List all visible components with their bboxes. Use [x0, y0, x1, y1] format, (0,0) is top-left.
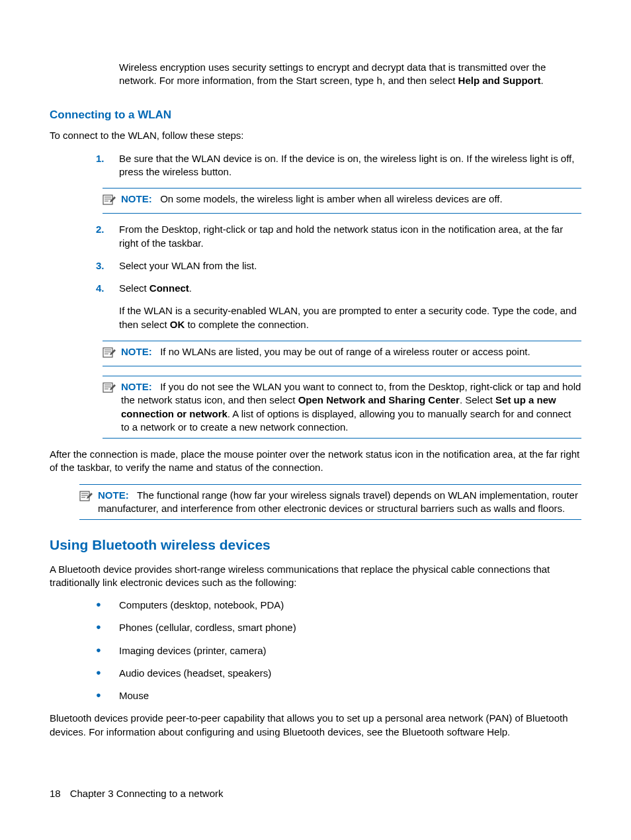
paragraph: A Bluetooth device provides short-range … — [50, 563, 581, 590]
note-text: The functional range (how far your wirel… — [98, 489, 578, 514]
page-footer: 18Chapter 3 Connecting to a network — [50, 787, 224, 800]
note-text: If no WLANs are listed, you may be out o… — [160, 346, 530, 357]
note-icon — [103, 380, 121, 434]
note-label: NOTE: — [121, 346, 152, 357]
svg-rect-0 — [103, 195, 112, 204]
bold-text: Help and Support — [458, 75, 541, 86]
list-number: 4. — [96, 282, 119, 331]
text: . Select — [460, 394, 495, 405]
bullet-icon: ● — [96, 599, 119, 612]
svg-rect-3 — [80, 491, 89, 501]
note-box: NOTE: On some models, the wireless light… — [103, 188, 581, 214]
list-number: 1. — [96, 152, 119, 179]
bullet-icon: ● — [96, 667, 119, 680]
note-icon — [103, 345, 121, 362]
list-text: Phones (cellular, cordless, smart phone) — [119, 621, 296, 634]
paragraph: After the connection is made, place the … — [50, 448, 581, 475]
sub-paragraph: If the WLAN is a security-enabled WLAN, … — [119, 304, 581, 331]
mono-text: h — [376, 76, 382, 87]
note-label: NOTE: — [121, 381, 152, 392]
heading-bluetooth: Using Bluetooth wireless devices — [50, 536, 581, 554]
list-text: Audio devices (headset, speakers) — [119, 667, 271, 680]
list-item: ● Audio devices (headset, speakers) — [96, 667, 581, 680]
list-item: 2. From the Desktop, right-click or tap … — [96, 223, 581, 250]
bullet-list: ● Computers (desktop, notebook, PDA) ● P… — [96, 599, 581, 702]
bold-text: OK — [170, 319, 185, 330]
bullet-icon: ● — [96, 621, 119, 634]
text: to complete the connection. — [185, 319, 309, 330]
note-box: NOTE: If no WLANs are listed, you may be… — [103, 341, 581, 366]
note-body: NOTE: If no WLANs are listed, you may be… — [121, 345, 581, 362]
note-body: NOTE: If you do not see the WLAN you wan… — [121, 380, 581, 434]
list-number: 2. — [96, 223, 119, 250]
list-body: Be sure that the WLAN device is on. If t… — [119, 152, 581, 179]
note-box: NOTE: The functional range (how far your… — [79, 484, 581, 521]
page-number: 18 — [50, 788, 61, 799]
list-body: Select your WLAN from the list. — [119, 259, 581, 273]
list-item: 1. Be sure that the WLAN device is on. I… — [96, 152, 581, 179]
list-item: ● Imaging devices (printer, camera) — [96, 644, 581, 657]
bullet-icon: ● — [96, 689, 119, 702]
note-box: NOTE: If you do not see the WLAN you wan… — [103, 376, 581, 439]
note-icon — [79, 489, 98, 516]
note-label: NOTE: — [98, 489, 129, 501]
note-label: NOTE: — [121, 193, 152, 204]
heading-connecting-to-wlan: Connecting to a WLAN — [50, 108, 581, 123]
ordered-list: 1. Be sure that the WLAN device is on. I… — [96, 152, 581, 179]
note-text: On some models, the wireless light is am… — [160, 193, 502, 204]
list-item: ● Mouse — [96, 689, 581, 702]
list-text: Imaging devices (printer, camera) — [119, 644, 267, 657]
svg-rect-1 — [103, 348, 112, 357]
list-item: 4. Select Connect. If the WLAN is a secu… — [96, 282, 581, 331]
text: Select — [119, 282, 149, 294]
text: . — [541, 75, 544, 86]
text: . — [189, 282, 192, 294]
list-body: Select Connect. If the WLAN is a securit… — [119, 282, 581, 331]
text: , and then select — [382, 75, 458, 86]
list-item: ● Phones (cellular, cordless, smart phon… — [96, 621, 581, 634]
bold-text: Open Network and Sharing Center — [298, 394, 460, 405]
paragraph: Bluetooth devices provide peer-to-peer c… — [50, 712, 581, 739]
svg-rect-2 — [103, 383, 112, 392]
list-item: 3. Select your WLAN from the list. — [96, 259, 581, 273]
bold-text: Connect — [149, 282, 189, 294]
list-number: 3. — [96, 259, 119, 273]
paragraph: To connect to the WLAN, follow these ste… — [50, 129, 581, 142]
list-text: Mouse — [119, 689, 149, 702]
note-body: NOTE: On some models, the wireless light… — [121, 192, 581, 209]
note-body: NOTE: The functional range (how far your… — [98, 489, 581, 516]
list-body: From the Desktop, right-click or tap and… — [119, 223, 581, 250]
list-text: Computers (desktop, notebook, PDA) — [119, 599, 284, 612]
bullet-icon: ● — [96, 644, 119, 657]
intro-paragraph: Wireless encryption uses security settin… — [119, 61, 581, 89]
list-item: ● Computers (desktop, notebook, PDA) — [96, 599, 581, 612]
chapter-label: Chapter 3 Connecting to a network — [70, 788, 224, 799]
document-page: Wireless encryption uses security settin… — [0, 0, 631, 840]
ordered-list: 2. From the Desktop, right-click or tap … — [96, 223, 581, 331]
note-icon — [103, 192, 121, 209]
